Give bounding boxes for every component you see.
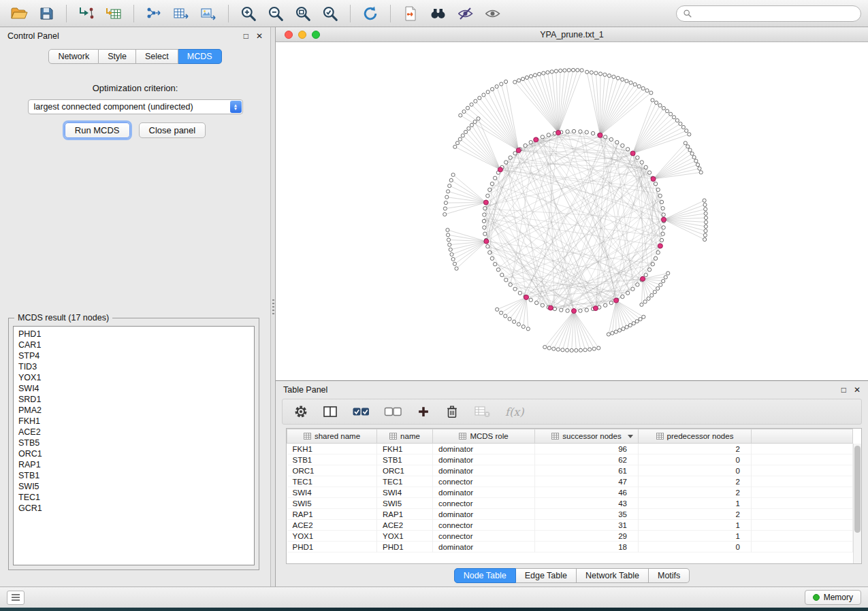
table-cell[interactable]: RAP1	[287, 509, 377, 520]
mcds-node-item[interactable]: STB1	[18, 470, 254, 481]
table-cell[interactable]: STB1	[377, 455, 433, 465]
network-canvas[interactable]	[276, 42, 868, 380]
table-cell[interactable]: dominator	[433, 542, 535, 552]
table-cell[interactable]: YOX1	[377, 531, 433, 542]
table-cell[interactable]: 43	[535, 498, 639, 509]
tab-select[interactable]: Select	[136, 49, 178, 64]
table-settings-button[interactable]	[293, 404, 308, 419]
import-network-button[interactable]	[74, 3, 99, 24]
search-input[interactable]	[696, 9, 854, 18]
delete-column-button[interactable]	[445, 404, 460, 419]
close-panel-button[interactable]: Close panel	[139, 122, 206, 138]
mcds-node-item[interactable]: PHD1	[18, 329, 254, 340]
table-cell[interactable]: 62	[535, 455, 639, 465]
float-panel-icon[interactable]: □	[244, 32, 248, 40]
table-cell[interactable]: 1	[639, 498, 752, 509]
table-row[interactable]: PHD1PHD1dominator180	[287, 542, 853, 552]
table-cell[interactable]: 46	[535, 487, 639, 498]
mcds-node-item[interactable]: PMA2	[18, 405, 254, 416]
open-session-button[interactable]	[7, 3, 31, 24]
sort-caret-icon[interactable]	[628, 435, 633, 438]
table-cell[interactable]: STB1	[287, 455, 377, 465]
zoom-out-button[interactable]	[263, 3, 288, 24]
apply-layout-button[interactable]	[358, 3, 383, 24]
table-row[interactable]: RAP1RAP1dominator352	[287, 509, 853, 520]
table-cell[interactable]: TEC1	[377, 476, 433, 487]
table-cell[interactable]: TEC1	[287, 476, 377, 487]
table-row[interactable]: STB1STB1dominator620	[287, 455, 853, 465]
table-cell[interactable]: SWI4	[287, 487, 377, 498]
tab-motifs[interactable]: Motifs	[649, 568, 690, 583]
tab-edge-table[interactable]: Edge Table	[516, 568, 577, 583]
export-document-button[interactable]	[398, 3, 423, 24]
tab-node-table[interactable]: Node Table	[454, 568, 516, 583]
import-table-disabled-button[interactable]	[473, 404, 492, 419]
tab-style[interactable]: Style	[99, 49, 136, 64]
table-cell[interactable]: connector	[433, 476, 535, 487]
tab-mcds[interactable]: MCDS	[178, 49, 222, 64]
global-search[interactable]	[676, 5, 861, 22]
show-columns-button[interactable]	[322, 404, 338, 419]
table-cell[interactable]: YOX1	[287, 531, 377, 542]
zoom-fit-button[interactable]	[291, 3, 315, 24]
deselect-all-button[interactable]	[384, 404, 402, 419]
table-row[interactable]: FKH1FKH1dominator962	[287, 444, 853, 455]
close-panel-icon[interactable]: ✕	[854, 386, 861, 394]
table-cell[interactable]: 2	[639, 509, 752, 520]
column-header-shared-name[interactable]: shared name	[287, 429, 377, 444]
table-scrollbar[interactable]	[853, 444, 861, 563]
zoom-in-button[interactable]	[236, 3, 261, 24]
network-graph[interactable]	[276, 42, 867, 380]
float-panel-icon[interactable]: □	[841, 386, 846, 394]
table-cell[interactable]: 2	[639, 476, 752, 487]
table-cell[interactable]: ORC1	[287, 465, 377, 476]
table-cell[interactable]: 47	[535, 476, 639, 487]
column-header-mcds-role[interactable]: MCDS role	[433, 429, 535, 444]
function-builder-icon[interactable]: f(x)	[505, 406, 524, 418]
table-cell[interactable]: RAP1	[377, 509, 433, 520]
mcds-node-item[interactable]: TID3	[18, 361, 254, 372]
table-cell[interactable]: 1	[639, 531, 752, 542]
mcds-node-item[interactable]: STP4	[18, 350, 254, 361]
tab-network-table[interactable]: Network Table	[577, 568, 649, 583]
table-cell[interactable]: 31	[535, 520, 639, 531]
table-cell[interactable]: 0	[639, 542, 752, 552]
table-cell[interactable]: 96	[535, 444, 639, 455]
table-cell[interactable]: SWI5	[287, 498, 377, 509]
memory-button[interactable]: Memory	[805, 590, 861, 605]
import-table-button[interactable]	[101, 3, 126, 24]
table-cell[interactable]: connector	[433, 498, 535, 509]
table-cell[interactable]: 1	[639, 520, 752, 531]
export-table-button[interactable]	[169, 3, 193, 24]
mcds-node-item[interactable]: ORC1	[18, 448, 254, 459]
table-cell[interactable]: 18	[535, 542, 639, 552]
table-cell[interactable]: SWI5	[377, 498, 433, 509]
zoom-selected-button[interactable]	[318, 3, 342, 24]
mcds-node-item[interactable]: TEC1	[18, 492, 254, 503]
table-row[interactable]: YOX1YOX1connector291	[287, 531, 853, 542]
mcds-node-item[interactable]: STB5	[18, 437, 254, 448]
close-window-icon[interactable]	[285, 31, 293, 39]
run-mcds-button[interactable]: Run MCDS	[65, 122, 130, 138]
maximize-window-icon[interactable]	[312, 31, 320, 39]
table-cell[interactable]: dominator	[433, 509, 535, 520]
find-button[interactable]	[425, 3, 450, 24]
show-hide-button[interactable]	[480, 3, 504, 24]
mcds-node-item[interactable]: SWI4	[18, 383, 254, 394]
graphics-details-button[interactable]	[453, 3, 477, 24]
table-row[interactable]: SWI4SWI4dominator462	[287, 487, 853, 498]
table-cell[interactable]: SWI4	[377, 487, 433, 498]
export-image-button[interactable]	[196, 3, 221, 24]
table-cell[interactable]: FKH1	[377, 444, 433, 455]
table-cell[interactable]: FKH1	[287, 444, 377, 455]
mcds-node-item[interactable]: GCR1	[18, 503, 254, 514]
table-cell[interactable]: PHD1	[377, 542, 433, 552]
select-all-button[interactable]	[352, 404, 370, 419]
table-cell[interactable]: connector	[433, 531, 535, 542]
mcds-node-item[interactable]: ACE2	[18, 427, 254, 437]
add-column-button[interactable]	[416, 404, 431, 419]
save-session-button[interactable]	[34, 3, 59, 24]
table-cell[interactable]: 35	[535, 509, 639, 520]
criterion-dropdown[interactable]: largest connected component (undirected)…	[28, 99, 243, 114]
split-pane-divider[interactable]	[271, 27, 276, 587]
